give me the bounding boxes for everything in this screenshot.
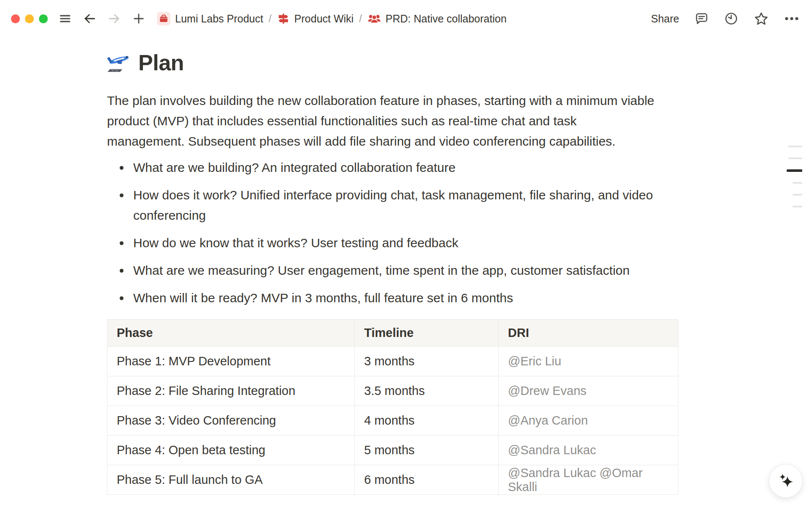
intro-paragraph[interactable]: The plan involves building the new colla… — [107, 91, 656, 152]
back-arrow-icon[interactable] — [83, 12, 96, 25]
briefcase-icon — [157, 12, 170, 25]
phase-cell[interactable]: Phase 4: Open beta testing — [107, 436, 355, 465]
dri-mention-cell[interactable]: @Eric Liu — [499, 347, 678, 376]
dri-mention-cell[interactable]: @Anya Carion — [499, 406, 678, 436]
dri-mention-cell[interactable]: @Sandra Lukac — [499, 436, 678, 465]
phase-cell[interactable]: Phase 1: MVP Development — [107, 347, 355, 376]
plus-icon[interactable] — [132, 12, 145, 25]
airplane-departure-emoji[interactable] — [107, 51, 131, 75]
table-row: Phase 3: Video Conferencing 4 months @An… — [107, 406, 678, 436]
phase-cell[interactable]: Phase 3: Video Conferencing — [107, 406, 355, 436]
timeline-cell[interactable]: 3 months — [355, 347, 499, 376]
phase-cell[interactable]: Phase 5: Full launch to GA — [107, 465, 355, 495]
column-header-phase[interactable]: Phase — [107, 320, 355, 347]
outline-subline[interactable] — [793, 182, 802, 184]
nav-controls — [59, 12, 145, 25]
ai-assistant-button[interactable] — [769, 464, 803, 498]
column-header-timeline[interactable]: Timeline — [355, 320, 499, 347]
topbar-actions: Share — [651, 11, 799, 26]
close-window-icon[interactable] — [11, 14, 20, 23]
sparkles-icon — [776, 472, 795, 490]
share-button[interactable]: Share — [651, 13, 679, 25]
outline-subline[interactable] — [793, 194, 802, 196]
timeline-cell[interactable]: 4 months — [355, 406, 499, 436]
breadcrumb-label: Product Wiki — [294, 13, 354, 25]
table-body: Phase 1: MVP Development 3 months @Eric … — [107, 347, 678, 495]
bullet-item[interactable]: How does it work? Unified interface prov… — [107, 185, 683, 226]
timeline-cell[interactable]: 6 months — [355, 465, 499, 495]
menu-icon[interactable] — [59, 12, 71, 25]
breadcrumb-label: PRD: Native collaboration — [386, 13, 507, 25]
outline-line[interactable] — [788, 157, 802, 159]
phase-cell[interactable]: Phase 2: File Sharing Integration — [107, 376, 355, 406]
comment-icon[interactable] — [694, 11, 709, 26]
breadcrumb: Lumi Labs Product / Product Wiki / — [157, 12, 507, 25]
table-row: Phase 2: File Sharing Integration 3.5 mo… — [107, 376, 678, 406]
outline-subline[interactable] — [793, 206, 802, 207]
history-clock-icon[interactable] — [724, 11, 738, 26]
timeline-cell[interactable]: 3.5 months — [355, 376, 499, 406]
outline-line[interactable] — [788, 146, 802, 147]
breadcrumb-item-page[interactable]: PRD: Native collaboration — [368, 12, 507, 25]
breadcrumb-label: Lumi Labs Product — [175, 13, 263, 25]
window-controls — [11, 14, 48, 23]
bullet-item[interactable]: What are we building? An integrated coll… — [107, 157, 683, 178]
more-ellipsis-icon[interactable] — [784, 11, 799, 26]
breadcrumb-separator: / — [359, 13, 362, 25]
bullet-item[interactable]: When will it be ready? MVP in 3 months, … — [107, 288, 683, 308]
zoom-window-icon[interactable] — [39, 14, 48, 23]
page-title-text[interactable]: Plan — [138, 50, 184, 75]
bullet-list: What are we building? An integrated coll… — [107, 157, 683, 308]
favorite-star-icon[interactable] — [754, 11, 769, 26]
table-row: Phase 5: Full launch to GA 6 months @San… — [107, 465, 678, 495]
signpost-icon — [277, 12, 290, 25]
window-topbar: Lumi Labs Product / Product Wiki / — [0, 0, 812, 37]
people-icon — [368, 12, 381, 25]
dri-mention-cell[interactable]: @Drew Evans — [499, 376, 678, 406]
column-header-dri[interactable]: DRI — [499, 320, 678, 347]
breadcrumb-item-workspace[interactable]: Lumi Labs Product — [157, 12, 263, 25]
phases-table: Phase Timeline DRI Phase 1: MVP Developm… — [107, 319, 678, 495]
forward-arrow-icon[interactable] — [108, 12, 121, 25]
breadcrumb-item-wiki[interactable]: Product Wiki — [277, 12, 354, 25]
minimize-window-icon[interactable] — [25, 14, 34, 23]
breadcrumb-separator: / — [269, 13, 271, 25]
table-row: Phase 1: MVP Development 3 months @Eric … — [107, 347, 678, 376]
dri-mention-cell[interactable]: @Sandra Lukac @Omar Skalli — [499, 465, 678, 495]
table-row: Phase 4: Open beta testing 5 months @San… — [107, 436, 678, 465]
bullet-item[interactable]: What are we measuring? User engagement, … — [107, 260, 683, 281]
timeline-cell[interactable]: 5 months — [355, 436, 499, 465]
outline-indicator — [787, 146, 802, 207]
document-page: Plan The plan involves building the new … — [0, 50, 812, 495]
bullet-item[interactable]: How do we know that it works? User testi… — [107, 233, 683, 253]
outline-line-active[interactable] — [787, 169, 802, 172]
table-header-row: Phase Timeline DRI — [107, 320, 678, 347]
page-title: Plan — [107, 50, 812, 75]
